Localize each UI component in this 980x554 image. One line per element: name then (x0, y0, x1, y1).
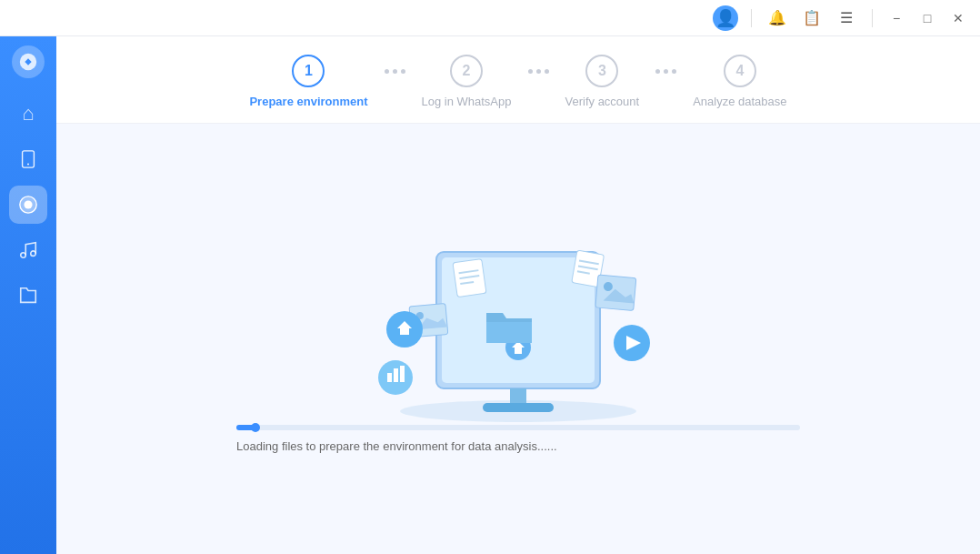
step-4-label: Analyze database (693, 95, 786, 108)
step-3-circle: 3 (585, 55, 618, 87)
svg-rect-10 (510, 388, 526, 403)
step-2: 2 Log in WhatsApp (422, 55, 512, 108)
main-content: Loading files to prepare the environment… (56, 124, 980, 554)
dot (672, 69, 676, 74)
dot (655, 69, 660, 74)
notification-icon[interactable]: 🔔 (765, 5, 790, 31)
close-button[interactable]: ✕ (947, 7, 969, 29)
svg-point-4 (24, 200, 32, 208)
step-3-label: Verify account (565, 95, 640, 108)
svg-rect-33 (400, 366, 405, 382)
sidebar-item-music[interactable] (9, 231, 47, 269)
menu-icon[interactable]: ☰ (834, 5, 859, 31)
sidebar-item-files[interactable] (9, 277, 47, 315)
minimize-button[interactable]: − (885, 7, 907, 29)
sidebar-item-device[interactable] (9, 140, 47, 178)
dot (393, 69, 397, 74)
step-2-label: Log in WhatsApp (422, 95, 512, 108)
step-dots-1 (385, 69, 405, 74)
maximize-button[interactable]: □ (916, 7, 938, 29)
svg-rect-11 (483, 403, 554, 412)
dot (536, 69, 541, 74)
svg-rect-1 (23, 151, 35, 167)
svg-point-5 (21, 253, 26, 258)
content-area: 1 Prepare environment 2 Log in WhatsApp (56, 36, 980, 554)
steps-bar: 1 Prepare environment 2 Log in WhatsApp (56, 36, 980, 124)
divider2 (872, 9, 873, 27)
step-1-circle: 1 (292, 55, 325, 87)
step-dots-2 (528, 69, 549, 74)
svg-rect-31 (387, 373, 392, 382)
app-logo (12, 45, 45, 78)
step-4-circle: 4 (724, 55, 756, 87)
dot (401, 69, 405, 74)
step-1: 1 Prepare environment (249, 55, 367, 108)
svg-point-6 (31, 251, 36, 257)
step-2-circle: 2 (450, 55, 483, 87)
user-avatar-icon[interactable]: 👤 (713, 5, 738, 31)
notes-icon[interactable]: 📋 (799, 5, 825, 31)
step-1-label: Prepare environment (249, 95, 367, 108)
svg-rect-32 (394, 368, 398, 382)
progress-bar-fill (236, 425, 259, 430)
progress-section: Loading files to prepare the environment… (236, 425, 800, 453)
sidebar-item-home[interactable]: ⌂ (9, 95, 47, 133)
progress-bar-track (236, 425, 800, 430)
progress-text: Loading files to prepare the environment… (236, 439, 800, 453)
title-bar-icons: 👤 🔔 📋 ☰ − □ ✕ (713, 5, 969, 31)
illustration (345, 225, 691, 425)
step-3: 3 Verify account (565, 55, 640, 108)
step-dots-3 (655, 69, 676, 74)
sidebar: ⌂ (0, 36, 56, 554)
dot (664, 69, 668, 74)
dot (385, 69, 389, 74)
dot (545, 69, 549, 74)
sidebar-item-whatsapp[interactable] (9, 186, 47, 224)
step-4: 4 Analyze database (693, 55, 786, 108)
dot (528, 69, 533, 74)
divider (751, 9, 752, 27)
title-bar: 👤 🔔 📋 ☰ − □ ✕ (0, 0, 980, 36)
main-layout: ⌂ 1 Prepare environment (0, 36, 980, 554)
